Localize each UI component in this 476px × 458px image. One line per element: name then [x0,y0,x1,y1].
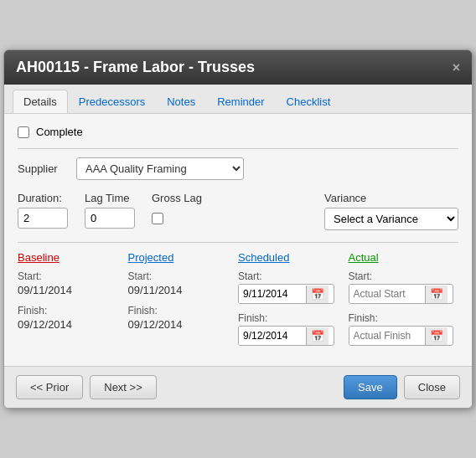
actual-finish-input-wrap: 📅 [349,326,453,346]
scheduled-start-label: Start: [238,270,349,282]
baseline-start-value: 09/11/2014 [18,284,128,296]
actual-start-input[interactable] [349,285,425,303]
complete-row: Complete [18,126,458,138]
variance-select[interactable]: Select a Variance [324,208,458,230]
complete-checkbox[interactable] [18,126,29,138]
complete-label: Complete [36,126,83,138]
modal-window: AH00115 - Frame Labor - Trusses × Detail… [3,49,473,409]
lag-time-input[interactable] [85,208,135,229]
scheduled-start-input[interactable] [239,285,306,303]
projected-start-value: 09/11/2014 [128,284,239,296]
scheduled-finish-input-wrap: 📅 [238,326,334,346]
scheduled-finish-row: Finish: 📅 [238,312,349,346]
variance-label: Variance [324,192,458,204]
scheduled-start-input-wrap: 📅 [238,284,334,304]
prior-button[interactable]: << Prior [16,375,83,399]
baseline-finish-value: 09/12/2014 [18,318,128,331]
scheduled-start-row: Start: 📅 [238,270,349,304]
variance-group: Variance Select a Variance [324,192,458,230]
baseline-col: Baseline Start: 09/11/2014 Finish: 09/12… [18,251,128,354]
tab-notes[interactable]: Notes [156,90,206,113]
baseline-start-label: Start: [18,270,128,282]
tab-predecessors[interactable]: Predecessors [68,90,156,113]
modal-footer: << Prior Next >> Save Close [4,366,472,408]
actual-header[interactable]: Actual [349,251,459,264]
duration-input[interactable] [18,208,68,229]
lag-time-group: Lag Time [85,192,135,229]
projected-finish-label: Finish: [128,305,239,316]
scheduled-header[interactable]: Scheduled [238,251,349,264]
gross-lag-checkbox[interactable] [152,213,163,224]
tab-reminder[interactable]: Reminder [206,90,275,113]
baseline-finish-row: Finish: 09/12/2014 [18,305,128,331]
footer-left: << Prior Next >> [16,375,157,399]
supplier-select[interactable]: AAA Quality Framing [76,157,244,180]
actual-finish-input[interactable] [349,327,425,345]
lag-time-label: Lag Time [85,192,135,204]
next-button[interactable]: Next >> [90,375,157,399]
save-button[interactable]: Save [344,375,397,399]
gross-lag-group: Gross Lag [152,192,202,224]
duration-label: Duration: [18,192,68,204]
projected-finish-row: Finish: 09/12/2014 [128,305,239,331]
modal-header: AH00115 - Frame Labor - Trusses × [4,50,472,85]
tab-details[interactable]: Details [13,90,68,113]
actual-start-cal-icon[interactable]: 📅 [425,286,448,303]
divider-1 [18,148,458,149]
projected-header[interactable]: Projected [128,251,239,264]
modal-body: Complete Supplier AAA Quality Framing Du… [4,114,472,366]
tab-checklist[interactable]: Checklist [276,90,342,113]
duration-group: Duration: [18,192,68,229]
actual-finish-cal-icon[interactable]: 📅 [425,327,448,345]
baseline-start-row: Start: 09/11/2014 [18,270,128,296]
actual-finish-label: Finish: [349,312,459,324]
close-button[interactable]: Close [404,375,460,399]
modal-title: AH00115 - Frame Labor - Trusses [16,59,255,76]
close-x-button[interactable]: × [453,60,460,75]
scheduled-finish-cal-icon[interactable]: 📅 [306,327,329,345]
gross-lag-label: Gross Lag [152,192,202,204]
dates-section: Baseline Start: 09/11/2014 Finish: 09/12… [18,251,458,354]
projected-start-label: Start: [128,270,239,282]
actual-col: Actual Start: 📅 Finish: 📅 [349,251,459,354]
scheduled-start-cal-icon[interactable]: 📅 [306,286,329,303]
actual-start-row: Start: 📅 [349,270,459,304]
scheduled-finish-input[interactable] [239,327,306,345]
divider-2 [18,242,458,243]
projected-col: Projected Start: 09/11/2014 Finish: 09/1… [128,251,239,354]
actual-finish-row: Finish: 📅 [349,312,459,346]
baseline-header[interactable]: Baseline [18,251,128,264]
tab-bar: Details Predecessors Notes Reminder Chec… [4,85,472,114]
fields-row: Duration: Lag Time Gross Lag Variance Se… [18,192,458,230]
scheduled-finish-label: Finish: [238,312,349,324]
projected-start-row: Start: 09/11/2014 [128,270,239,296]
supplier-label: Supplier [18,162,76,175]
actual-start-label: Start: [349,270,459,282]
supplier-row: Supplier AAA Quality Framing [18,157,458,180]
scheduled-col: Scheduled Start: 📅 Finish: 📅 [238,251,349,354]
baseline-finish-label: Finish: [18,305,128,316]
projected-finish-value: 09/12/2014 [128,318,239,331]
actual-start-input-wrap: 📅 [349,284,453,304]
footer-right: Save Close [344,375,460,399]
